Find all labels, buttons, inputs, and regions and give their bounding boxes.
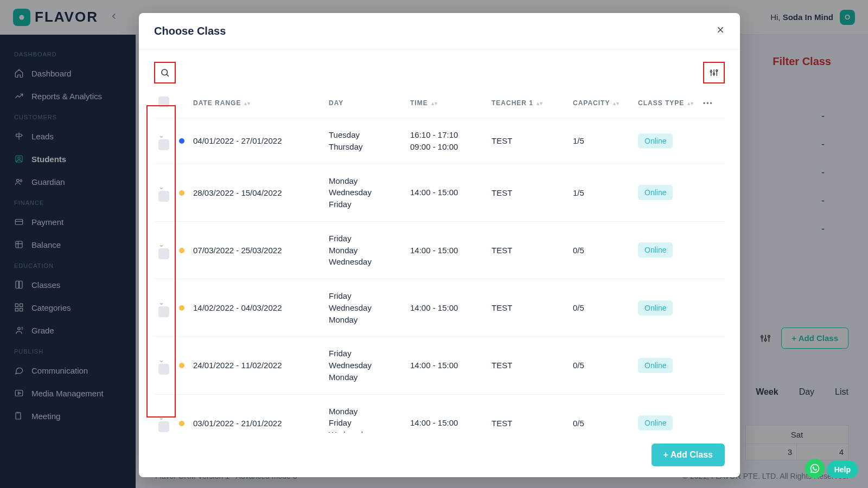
cell-date-range: 04/01/2022 - 27/01/2022 bbox=[189, 118, 324, 164]
table-row[interactable]: ⌄ 28/03/2022 - 15/04/2022MondayWednesday… bbox=[154, 164, 725, 221]
status-dot-icon bbox=[179, 421, 184, 426]
row-checkbox[interactable] bbox=[158, 364, 169, 375]
more-columns-icon[interactable]: ••• bbox=[699, 88, 725, 118]
cell-days: FridayMondayWednesday bbox=[324, 221, 406, 279]
cell-time: 14:00 - 15:00 bbox=[406, 279, 487, 337]
row-checkbox[interactable] bbox=[158, 248, 169, 259]
col-time[interactable]: TIME▴▾ bbox=[406, 88, 487, 118]
expand-chevron-icon[interactable]: ⌄ bbox=[158, 356, 164, 364]
row-checkbox[interactable] bbox=[158, 139, 169, 150]
table-row[interactable]: ⌄ 14/02/2022 - 04/03/2022FridayWednesday… bbox=[154, 279, 725, 337]
add-class-button[interactable]: + Add Class bbox=[652, 444, 725, 466]
cell-capacity: 1/5 bbox=[569, 164, 634, 221]
class-type-badge: Online bbox=[638, 242, 673, 258]
cell-time: 14:00 - 15:00 bbox=[406, 221, 487, 279]
cell-time: 14:00 - 15:00 bbox=[406, 164, 487, 221]
search-button[interactable] bbox=[154, 62, 176, 84]
row-checkbox[interactable] bbox=[158, 421, 169, 432]
whatsapp-fab[interactable] bbox=[805, 459, 825, 478]
cell-date-range: 24/01/2022 - 11/02/2022 bbox=[189, 337, 324, 394]
svg-point-35 bbox=[710, 70, 712, 72]
cell-date-range: 14/02/2022 - 04/03/2022 bbox=[189, 279, 324, 337]
svg-line-31 bbox=[167, 74, 169, 76]
col-teacher[interactable]: TEACHER 1▴▾ bbox=[487, 88, 569, 118]
table-row[interactable]: ⌄ 07/03/2022 - 25/03/2022FridayMondayWed… bbox=[154, 221, 725, 279]
cell-time: 16:10 - 17:1009:00 - 10:00 bbox=[406, 118, 487, 164]
svg-point-37 bbox=[716, 70, 718, 72]
whatsapp-icon bbox=[809, 463, 820, 474]
help-fab[interactable]: Help bbox=[827, 461, 858, 478]
cell-capacity: 0/5 bbox=[569, 221, 634, 279]
status-dot-icon bbox=[179, 248, 184, 253]
sliders-icon bbox=[709, 68, 719, 78]
cell-teacher: TEST bbox=[487, 221, 569, 279]
svg-point-36 bbox=[713, 73, 715, 75]
cell-capacity: 0/5 bbox=[569, 337, 634, 394]
class-type-badge: Online bbox=[638, 415, 673, 431]
class-type-badge: Online bbox=[638, 185, 673, 200]
svg-point-30 bbox=[162, 69, 168, 75]
select-all-checkbox[interactable] bbox=[158, 97, 169, 107]
table-row[interactable]: ⌄ 04/01/2022 - 27/01/2022TuesdayThursday… bbox=[154, 118, 725, 164]
row-checkbox[interactable] bbox=[158, 191, 169, 202]
cell-teacher: TEST bbox=[487, 279, 569, 337]
status-dot-icon bbox=[179, 305, 184, 311]
cell-days: MondayWednesdayFriday bbox=[324, 164, 406, 221]
cell-teacher: TEST bbox=[487, 164, 569, 221]
col-class-type[interactable]: CLASS TYPE▴▾ bbox=[634, 88, 699, 118]
status-dot-icon bbox=[179, 190, 184, 196]
cell-date-range: 28/03/2022 - 15/04/2022 bbox=[189, 164, 324, 221]
cell-days: FridayWednesdayMonday bbox=[324, 279, 406, 337]
expand-chevron-icon[interactable]: ⌄ bbox=[158, 413, 164, 421]
class-type-badge: Online bbox=[638, 133, 673, 149]
cell-capacity: 0/5 bbox=[569, 394, 634, 433]
status-dot-icon bbox=[179, 363, 184, 368]
class-type-badge: Online bbox=[638, 300, 673, 316]
choose-class-modal: Choose Class DATE RANGE▴▾ DAY TIME▴▾ TEA… bbox=[139, 13, 740, 477]
table-row[interactable]: ⌄ 24/01/2022 - 11/02/2022FridayWednesday… bbox=[154, 337, 725, 394]
expand-chevron-icon[interactable]: ⌄ bbox=[158, 298, 164, 306]
cell-time: 14:00 - 15:00 bbox=[406, 394, 487, 433]
col-date-range[interactable]: DATE RANGE▴▾ bbox=[189, 88, 324, 118]
row-checkbox[interactable] bbox=[158, 306, 169, 317]
modal-title: Choose Class bbox=[154, 25, 226, 37]
class-table: DATE RANGE▴▾ DAY TIME▴▾ TEACHER 1▴▾ CAPA… bbox=[154, 88, 725, 433]
class-type-badge: Online bbox=[638, 358, 673, 373]
cell-days: TuesdayThursday bbox=[324, 118, 406, 164]
cell-date-range: 07/03/2022 - 25/03/2022 bbox=[189, 221, 324, 279]
filter-button[interactable] bbox=[703, 62, 725, 84]
cell-capacity: 0/5 bbox=[569, 279, 634, 337]
search-icon bbox=[160, 68, 170, 78]
expand-chevron-icon[interactable]: ⌄ bbox=[158, 131, 164, 139]
cell-date-range: 03/01/2022 - 21/01/2022 bbox=[189, 394, 324, 433]
col-capacity[interactable]: CAPACITY▴▾ bbox=[569, 88, 634, 118]
col-day[interactable]: DAY bbox=[324, 88, 406, 118]
cell-time: 14:00 - 15:00 bbox=[406, 337, 487, 394]
cell-days: FridayWednesdayMonday bbox=[324, 337, 406, 394]
expand-chevron-icon[interactable]: ⌄ bbox=[158, 240, 164, 248]
cell-teacher: TEST bbox=[487, 394, 569, 433]
cell-capacity: 1/5 bbox=[569, 118, 634, 164]
expand-chevron-icon[interactable]: ⌄ bbox=[158, 183, 164, 191]
table-row[interactable]: ⌄ 03/01/2022 - 21/01/2022MondayFridayWed… bbox=[154, 394, 725, 433]
close-button[interactable] bbox=[716, 25, 725, 37]
cell-days: MondayFridayWednesday bbox=[324, 394, 406, 433]
cell-teacher: TEST bbox=[487, 118, 569, 164]
status-dot-icon bbox=[179, 138, 184, 144]
cell-teacher: TEST bbox=[487, 337, 569, 394]
